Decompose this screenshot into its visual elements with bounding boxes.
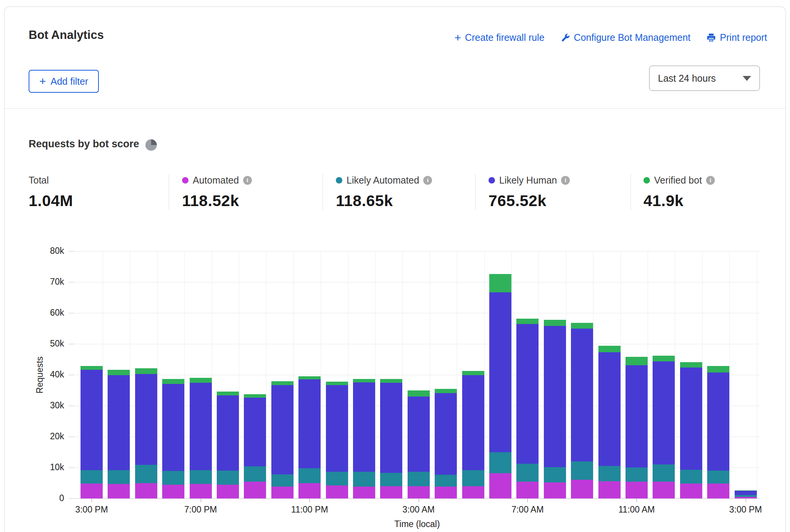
- bar-group[interactable]: [135, 368, 157, 498]
- bar-group[interactable]: [598, 346, 621, 498]
- bar-segment-likely-automated: [190, 470, 212, 484]
- bar-group[interactable]: [380, 379, 402, 498]
- bar-segment-likely-automated: [298, 468, 321, 483]
- add-filter-label: Add filter: [51, 76, 89, 87]
- plus-icon: +: [39, 77, 46, 86]
- bar-group[interactable]: [298, 376, 321, 498]
- bar-group[interactable]: [680, 362, 702, 498]
- automated-dot-icon: [182, 177, 189, 184]
- bar-segment-likely-automated: [462, 470, 484, 487]
- bar-segment-verified-bot: [271, 381, 293, 385]
- y-tick-mark: [69, 406, 74, 406]
- bar-group[interactable]: [626, 357, 648, 498]
- stat-likely-automated-value: 118.65k: [336, 192, 432, 210]
- bar-segment-verified-bot: [571, 323, 593, 329]
- bar-segment-likely-automated: [271, 474, 293, 487]
- v-gridline: [757, 251, 757, 498]
- time-range-select[interactable]: Last 24 hours: [649, 66, 760, 91]
- stat-verified-bot-label: Verified bot: [654, 175, 702, 186]
- bar-segment-likely-automated: [81, 470, 103, 484]
- bar-group[interactable]: [653, 356, 675, 498]
- v-gridline: [702, 251, 703, 498]
- h-gridline: [75, 344, 759, 344]
- bar-group[interactable]: [190, 378, 212, 498]
- bar-segment-verified-bot: [462, 371, 484, 375]
- bar-group[interactable]: [244, 394, 266, 498]
- bar-segment-verified-bot: [108, 370, 130, 375]
- create-firewall-rule-link[interactable]: + Create firewall rule: [455, 32, 545, 43]
- x-tick-label: 7:00 AM: [495, 505, 560, 515]
- v-gridline: [402, 251, 403, 498]
- bar-group[interactable]: [435, 389, 457, 498]
- y-tick-label: 20k: [22, 431, 64, 442]
- y-tick-mark: [69, 344, 74, 344]
- x-tick-label: 7:00 PM: [168, 505, 233, 515]
- v-gridline: [293, 251, 294, 498]
- bar-segment-likely-automated: [108, 470, 130, 484]
- bar-segment-likely-automated: [353, 472, 375, 487]
- bar-group[interactable]: [108, 370, 130, 498]
- bar-group[interactable]: [516, 319, 538, 498]
- y-tick-mark: [69, 468, 74, 468]
- bar-group[interactable]: [162, 379, 184, 498]
- v-gridline: [729, 251, 730, 498]
- bar-segment-verified-bot: [435, 389, 457, 393]
- stat-verified-bot-value: 41.9k: [643, 192, 715, 210]
- configure-bot-management-label: Configure Bot Management: [574, 32, 691, 43]
- print-report-link[interactable]: Print report: [706, 32, 767, 43]
- bar-segment-likely-automated: [435, 475, 457, 487]
- bar-segment-likely-automated: [626, 468, 648, 482]
- bar-group[interactable]: [735, 490, 757, 498]
- bar-segment-likely-automated: [516, 464, 538, 482]
- bar-group[interactable]: [353, 379, 375, 498]
- bar-segment-automated: [598, 481, 621, 498]
- stat-divider: [169, 174, 169, 210]
- bar-group[interactable]: [217, 392, 239, 498]
- bar-group[interactable]: [81, 366, 103, 498]
- bar-segment-likely-human: [380, 383, 402, 473]
- bar-segment-automated: [516, 482, 538, 498]
- info-icon[interactable]: i: [706, 176, 715, 185]
- v-gridline: [621, 251, 621, 498]
- bar-segment-automated: [489, 473, 511, 498]
- stat-divider: [630, 174, 631, 210]
- bar-segment-verified-bot: [190, 378, 212, 383]
- stat-verified-bot: Verified bot i 41.9k: [643, 175, 715, 210]
- bar-segment-automated: [462, 486, 484, 498]
- bar-segment-likely-human: [298, 379, 321, 468]
- bar-segment-likely-human: [271, 385, 293, 474]
- bar-group[interactable]: [544, 320, 566, 498]
- bar-group[interactable]: [408, 390, 430, 498]
- bar-group[interactable]: [489, 274, 511, 498]
- bar-segment-automated: [735, 497, 757, 498]
- verified-bot-dot-icon: [643, 177, 650, 184]
- y-tick-label: 70k: [22, 277, 64, 287]
- info-icon[interactable]: i: [243, 176, 252, 185]
- bar-group[interactable]: [707, 366, 729, 498]
- bar-segment-likely-automated: [707, 471, 729, 484]
- bar-segment-verified-bot: [489, 274, 511, 292]
- info-icon[interactable]: i: [423, 176, 432, 185]
- bar-segment-verified-bot: [544, 320, 566, 326]
- x-tick-label: 3:00 PM: [59, 505, 124, 515]
- stat-total: Total 1.04M: [29, 175, 73, 210]
- bar-group[interactable]: [271, 381, 293, 498]
- info-icon[interactable]: i: [561, 176, 570, 185]
- x-tick-label: 3:00 PM: [713, 505, 778, 515]
- bar-group[interactable]: [326, 382, 348, 498]
- bar-group[interactable]: [571, 323, 593, 498]
- configure-bot-management-link[interactable]: Configure Bot Management: [561, 32, 691, 43]
- bar-segment-verified-bot: [162, 379, 184, 384]
- bar-segment-verified-bot: [626, 357, 648, 365]
- y-tick-label: 50k: [22, 339, 64, 349]
- x-tick-label: 11:00 PM: [277, 505, 342, 515]
- bar-segment-likely-automated: [162, 471, 184, 485]
- bar-segment-likely-human: [108, 375, 130, 471]
- add-filter-button[interactable]: + Add filter: [29, 70, 99, 93]
- bar-group[interactable]: [462, 371, 484, 498]
- v-gridline: [538, 251, 539, 498]
- v-gridline: [239, 251, 239, 498]
- bar-segment-likely-automated: [653, 464, 675, 482]
- bar-segment-likely-human: [735, 491, 757, 495]
- v-gridline: [648, 251, 648, 498]
